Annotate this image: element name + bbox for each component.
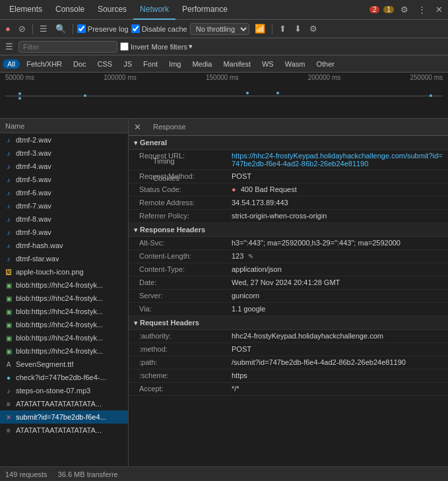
file-item[interactable]: ♪dtmf-3.wav bbox=[0, 146, 128, 160]
panel-tabs: ✕ HeadersPayloadPreviewResponseInitiator… bbox=[129, 119, 448, 136]
search-button[interactable]: 🔍 bbox=[53, 22, 69, 35]
type-filter-other[interactable]: Other bbox=[311, 59, 339, 69]
type-filter-font[interactable]: Font bbox=[139, 59, 162, 69]
file-item[interactable]: ♪dtmf-7.wav bbox=[0, 199, 128, 212]
panel-tab-response[interactable]: Response bbox=[146, 119, 193, 136]
clear-button[interactable]: ⊘ bbox=[16, 22, 28, 35]
timeline-dot bbox=[18, 97, 21, 100]
settings-icon[interactable]: ⚙ bbox=[398, 3, 411, 16]
tab-performance[interactable]: Performance bbox=[176, 0, 234, 20]
file-type-icon: ✕ bbox=[4, 412, 13, 422]
file-name: check?id=747be2db-f6e4-... bbox=[16, 373, 106, 381]
referrer-policy-row: Referrer Policy: strict-origin-when-cros… bbox=[129, 210, 448, 223]
tab-elements[interactable]: Elements bbox=[3, 0, 49, 20]
file-type-icon: ♪ bbox=[4, 162, 13, 171]
file-type-icon: ≡ bbox=[4, 399, 13, 408]
file-name: dtmf-star.wav bbox=[16, 255, 59, 263]
file-item[interactable]: ≡ATATATTAATATATATATA... bbox=[0, 397, 128, 410]
file-item[interactable]: ASevenSegment.ttf bbox=[0, 358, 128, 371]
file-item[interactable]: ♪dtmf-2.wav bbox=[0, 133, 128, 146]
response-headers-chevron-icon: ▾ bbox=[134, 226, 137, 234]
type-filter-bar: AllFetch/XHRDocCSSJSFontImgMediaManifest… bbox=[0, 55, 448, 73]
type-filter-manifest[interactable]: Manifest bbox=[218, 59, 255, 69]
file-type-icon: ▣ bbox=[4, 307, 13, 316]
file-item[interactable]: ♪dtmf-9.wav bbox=[0, 226, 128, 239]
type-filter-all[interactable]: All bbox=[3, 59, 20, 69]
timeline-label: 200000 ms bbox=[308, 74, 340, 81]
response-headers-section[interactable]: ▾ Response Headers bbox=[129, 223, 448, 237]
record-button[interactable]: ● bbox=[3, 22, 13, 35]
request-method-row: Request Method: POST bbox=[129, 170, 448, 183]
type-filter-doc[interactable]: Doc bbox=[69, 59, 91, 69]
date-row: Date: Wed, 27 Nov 2024 20:41:28 GMT bbox=[129, 276, 448, 290]
tab-sources[interactable]: Sources bbox=[91, 0, 133, 20]
status-code-row: Status Code: ● 400 Bad Request bbox=[129, 183, 448, 197]
file-item[interactable]: ▣blob:https://hhc24-frostyk... bbox=[0, 331, 128, 344]
download-icon[interactable]: ⬇ bbox=[292, 22, 304, 35]
more-icon[interactable]: ⋮ bbox=[415, 3, 429, 16]
file-name: dtmf-hash.wav bbox=[16, 241, 63, 249]
file-name: blob:https://hhc24-frostyk... bbox=[16, 281, 103, 289]
timeline-dot bbox=[276, 92, 279, 94]
right-panel: ✕ HeadersPayloadPreviewResponseInitiator… bbox=[129, 119, 448, 466]
details-content: ▾ General Request URL: https://hhc24-fro… bbox=[129, 136, 448, 466]
type-filter-img[interactable]: Img bbox=[164, 59, 185, 69]
file-type-icon: ♪ bbox=[4, 175, 13, 184]
wifi-icon[interactable]: 📶 bbox=[252, 22, 268, 35]
filter-icon[interactable]: ☰ bbox=[3, 40, 16, 53]
request-count: 149 requests bbox=[5, 470, 48, 478]
file-item[interactable]: ✕submit?id=747be2db-f6e4... bbox=[0, 410, 128, 424]
file-name: dtmf-5.wav bbox=[16, 176, 51, 183]
preserve-log-checkbox[interactable]: Preserve log bbox=[77, 24, 129, 33]
type-filter-js[interactable]: JS bbox=[119, 59, 137, 69]
main-area: Name ♪dtmf-2.wav♪dtmf-3.wav♪dtmf-4.wav♪d… bbox=[0, 119, 448, 466]
request-headers-section[interactable]: ▾ Request Headers bbox=[129, 316, 448, 330]
warning-badge: 1 bbox=[383, 6, 394, 13]
throttle-select[interactable]: No throttling bbox=[190, 23, 249, 35]
file-item[interactable]: ♪dtmf-hash.wav bbox=[0, 239, 128, 252]
file-name: blob:https://hhc24-frostyk... bbox=[16, 321, 103, 329]
file-item[interactable]: ▣blob:https://hhc24-frostyk... bbox=[0, 305, 128, 318]
file-item[interactable]: ♪dtmf-5.wav bbox=[0, 173, 128, 186]
file-item[interactable]: ♪steps-on-stone-07.mp3 bbox=[0, 384, 128, 397]
disable-cache-checkbox[interactable]: Disable cache bbox=[131, 24, 187, 33]
file-name: blob:https://hhc24-frostyk... bbox=[16, 334, 103, 342]
file-item[interactable]: ▣blob:https://hhc24-frostyk... bbox=[0, 318, 128, 331]
file-item[interactable]: ♪dtmf-6.wav bbox=[0, 186, 128, 199]
file-item[interactable]: ▣blob:https://hhc24-frostyk... bbox=[0, 344, 128, 358]
general-section-header[interactable]: ▾ General bbox=[129, 136, 448, 150]
file-item[interactable]: ●check?id=747be2db-f6e4-... bbox=[0, 371, 128, 384]
file-item[interactable]: ▣blob:https://hhc24-frostyk... bbox=[0, 278, 128, 292]
type-filter-css[interactable]: CSS bbox=[93, 59, 117, 69]
filter-input[interactable] bbox=[18, 41, 117, 53]
tab-network[interactable]: Network bbox=[133, 0, 176, 20]
toolbar-settings-icon[interactable]: ⚙ bbox=[307, 22, 320, 35]
timeline-dot bbox=[430, 94, 432, 97]
file-type-icon: ♪ bbox=[4, 135, 13, 144]
panel-close-button[interactable]: ✕ bbox=[129, 121, 146, 133]
tab-console[interactable]: Console bbox=[49, 0, 91, 20]
divider-3 bbox=[272, 24, 272, 34]
file-item[interactable]: 🖼apple-touch-icon.png bbox=[0, 265, 128, 278]
type-filter-media[interactable]: Media bbox=[187, 59, 216, 69]
top-tab-bar: Elements Console Sources Network Perform… bbox=[0, 0, 448, 20]
scheme-row: :scheme: https bbox=[129, 369, 448, 383]
filter-button[interactable]: ☰ bbox=[37, 22, 50, 35]
content-length-edit-icon[interactable]: ✎ bbox=[248, 253, 253, 260]
transferred-size: 36.6 MB transferre bbox=[58, 470, 118, 478]
file-item[interactable]: ♪dtmf-4.wav bbox=[0, 160, 128, 173]
file-type-icon: ♪ bbox=[4, 188, 13, 197]
file-item[interactable]: ♪dtmf-star.wav bbox=[0, 252, 128, 265]
file-item[interactable]: ≡ATATATTAATATATATATA... bbox=[0, 424, 128, 437]
invert-checkbox[interactable]: Invert bbox=[120, 42, 149, 51]
upload-icon[interactable]: ⬆ bbox=[276, 22, 289, 35]
type-filter-wasm[interactable]: Wasm bbox=[280, 59, 310, 69]
file-name: dtmf-7.wav bbox=[16, 202, 51, 210]
file-item[interactable]: ▣blob:https://hhc24-frostyk... bbox=[0, 292, 128, 305]
close-icon[interactable]: ✕ bbox=[433, 3, 445, 16]
more-filters-button[interactable]: More filters ▾ bbox=[152, 42, 193, 51]
type-filter-ws[interactable]: WS bbox=[257, 59, 278, 69]
file-item[interactable]: ♪dtmf-8.wav bbox=[0, 212, 128, 226]
type-filter-fetch-xhr[interactable]: Fetch/XHR bbox=[22, 59, 67, 69]
top-tab-icons: 2 1 ⚙ ⋮ ✕ bbox=[369, 3, 445, 16]
